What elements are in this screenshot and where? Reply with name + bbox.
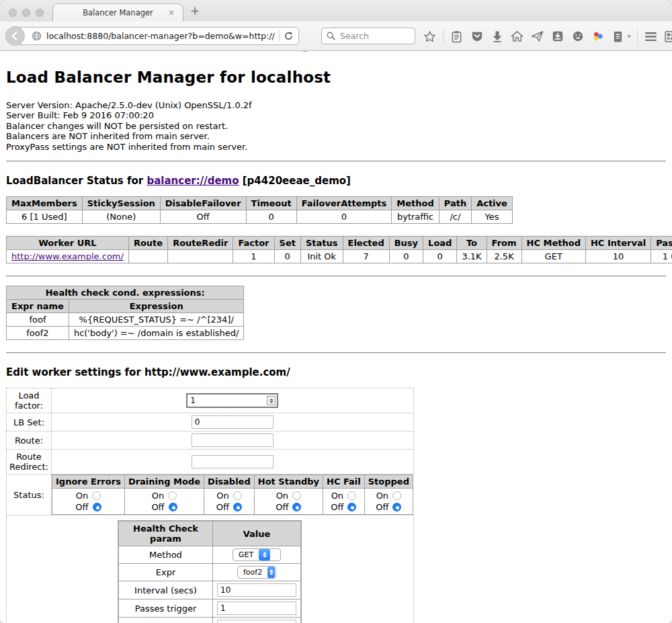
cell-failoverattempts: 0 bbox=[296, 210, 392, 224]
lb-set-input[interactable] bbox=[192, 415, 274, 429]
heading-suffix: [p4420eeae_demo] bbox=[239, 175, 351, 187]
tab-balancer-manager[interactable]: Balancer Manager × bbox=[52, 3, 183, 22]
on-label: On bbox=[76, 491, 88, 501]
pocket-icon[interactable] bbox=[470, 30, 484, 44]
form-row-route: Route: bbox=[7, 431, 414, 450]
col-active: Active bbox=[472, 197, 513, 210]
worker-url-link[interactable]: http://www.example.com/ bbox=[11, 251, 124, 261]
download-icon[interactable] bbox=[490, 30, 504, 44]
zoom-window-button[interactable] bbox=[36, 9, 44, 17]
worker-status-table: Worker URL Route RouteRedir Factor Set S… bbox=[6, 236, 672, 263]
back-icon bbox=[10, 31, 20, 41]
col-set: Set bbox=[274, 237, 300, 250]
col-draining-mode: Draining Mode bbox=[124, 475, 204, 489]
notes-icon[interactable] bbox=[611, 30, 625, 44]
off-label: Off bbox=[276, 502, 288, 512]
worker-row: http://www.example.com/ 1 0 Init Ok 7 0 … bbox=[7, 250, 672, 263]
health-check-param-table: Health Check param Value Method GET bbox=[118, 520, 302, 623]
fails-input[interactable] bbox=[217, 620, 296, 623]
col-hc-method: HC Method bbox=[521, 237, 585, 250]
cell-path: /c/ bbox=[439, 210, 471, 224]
url-text[interactable]: localhost:8880/balancer-manager?b=demo&w… bbox=[46, 31, 275, 41]
col-maxmembers: MaxMembers bbox=[7, 197, 83, 210]
cell-set: 0 bbox=[274, 250, 300, 263]
draining-mode-off-radio[interactable] bbox=[169, 503, 177, 511]
col-hc-value: Value bbox=[212, 521, 301, 546]
expr-select-value: foof2 bbox=[243, 568, 267, 577]
hc-row-passes: Passes trigger bbox=[118, 599, 301, 618]
passes-label: Passes trigger bbox=[118, 599, 212, 618]
search-bar[interactable]: Search bbox=[321, 28, 415, 44]
off-label: Off bbox=[216, 502, 229, 512]
feedback-smiley-icon[interactable] bbox=[571, 30, 585, 44]
col-from: From bbox=[487, 237, 521, 250]
balancer-demo-link[interactable]: balancer://demo bbox=[146, 175, 239, 187]
expr-row: foof2 hc('body') =~ /domain is establish… bbox=[7, 327, 244, 340]
fails-label: Fails trigger) bbox=[118, 618, 212, 623]
tab-groups-icon[interactable] bbox=[664, 30, 672, 44]
ignore-errors-off-radio[interactable] bbox=[93, 503, 101, 511]
col-stopped: Stopped bbox=[364, 475, 413, 489]
title-bar: Balancer Manager × + bbox=[0, 0, 672, 22]
disabled-on-radio[interactable] bbox=[233, 491, 242, 500]
disabled-off-radio[interactable] bbox=[233, 503, 242, 511]
cell-load: 0 bbox=[423, 250, 457, 263]
hc-row-fails: Fails trigger) bbox=[118, 618, 301, 623]
stopped-off-radio[interactable] bbox=[392, 503, 401, 511]
hc-row-method: Method GET bbox=[118, 546, 301, 564]
expr-row: foof %{REQUEST_STATUS} =~ /^[234]/ bbox=[7, 313, 244, 327]
stopped-on-radio[interactable] bbox=[392, 491, 401, 500]
persist-note-line: Balancer changes will NOT be persisted o… bbox=[6, 121, 666, 131]
url-bar[interactable]: localhost:8880/balancer-manager?b=demo&w… bbox=[15, 27, 299, 45]
clipboard-icon[interactable] bbox=[450, 30, 464, 44]
cell-expression: %{REQUEST_STATUS} =~ /^[234]/ bbox=[69, 313, 244, 327]
status-cell-ignore-errors: On Off bbox=[52, 489, 125, 515]
hc-fail-off-radio[interactable] bbox=[347, 503, 356, 511]
send-plane-icon[interactable] bbox=[530, 30, 544, 44]
cell-status: Init Ok bbox=[300, 250, 343, 263]
col-busy: Busy bbox=[389, 237, 423, 250]
lb-set-label: LB Set: bbox=[7, 413, 52, 431]
proxypass-note-line: ProxyPass settings are NOT inherited fro… bbox=[6, 142, 666, 152]
col-hot-standby: Hot Standby bbox=[254, 475, 323, 489]
home-icon[interactable] bbox=[510, 30, 524, 44]
close-window-button[interactable] bbox=[9, 9, 17, 17]
inherit-note-line: Balancers are NOT inherited from main se… bbox=[6, 131, 666, 141]
new-tab-button[interactable]: + bbox=[190, 5, 200, 17]
save-to-device-icon[interactable] bbox=[550, 30, 564, 44]
method-select[interactable]: GET bbox=[233, 548, 281, 561]
route-input[interactable] bbox=[192, 433, 274, 447]
dropdown-caret-icon[interactable]: ▾ bbox=[628, 33, 631, 40]
ignore-errors-on-radio[interactable] bbox=[92, 491, 101, 500]
menu-icon[interactable] bbox=[644, 30, 658, 44]
number-stepper-icon[interactable] bbox=[267, 396, 276, 405]
back-button[interactable] bbox=[5, 26, 25, 46]
interval-input[interactable] bbox=[217, 583, 296, 597]
reload-icon[interactable] bbox=[284, 31, 294, 41]
cell-method: bytraffic bbox=[392, 210, 439, 224]
status-cell-draining-mode: On Off bbox=[124, 489, 204, 515]
col-hc-fail: HC Fail bbox=[323, 475, 365, 489]
col-expression: Expression bbox=[69, 300, 244, 313]
draining-mode-on-radio[interactable] bbox=[168, 491, 177, 500]
bookmark-star-icon[interactable] bbox=[423, 30, 437, 44]
hot-standby-on-radio[interactable] bbox=[292, 491, 301, 500]
col-route: Route bbox=[128, 237, 167, 250]
hot-standby-off-radio[interactable] bbox=[292, 503, 301, 511]
method-label: Method bbox=[118, 546, 212, 564]
load-factor-input[interactable] bbox=[187, 395, 267, 406]
status-cell-disabled: On Off bbox=[204, 489, 255, 515]
hc-fail-on-radio[interactable] bbox=[347, 491, 356, 500]
expr-select[interactable]: foof2 bbox=[237, 566, 276, 579]
page-content: Load Balancer Manager for localhost Serv… bbox=[0, 52, 672, 623]
route-label: Route: bbox=[7, 431, 52, 450]
loadbalancer-status-heading: LoadBalancer Status for balancer://demo … bbox=[6, 175, 666, 187]
status-radio-row: On Off On Off On Off bbox=[52, 489, 413, 515]
route-redirect-input[interactable] bbox=[192, 455, 274, 468]
status-header-row: Ignore Errors Draining Mode Disabled Hot… bbox=[52, 475, 413, 489]
color-dots-icon[interactable] bbox=[591, 30, 605, 44]
passes-input[interactable] bbox=[217, 601, 296, 615]
minimize-window-button[interactable] bbox=[22, 9, 30, 17]
close-tab-icon[interactable]: × bbox=[168, 8, 175, 17]
server-info: Server Version: Apache/2.5.0-dev (Unix) … bbox=[6, 100, 666, 152]
